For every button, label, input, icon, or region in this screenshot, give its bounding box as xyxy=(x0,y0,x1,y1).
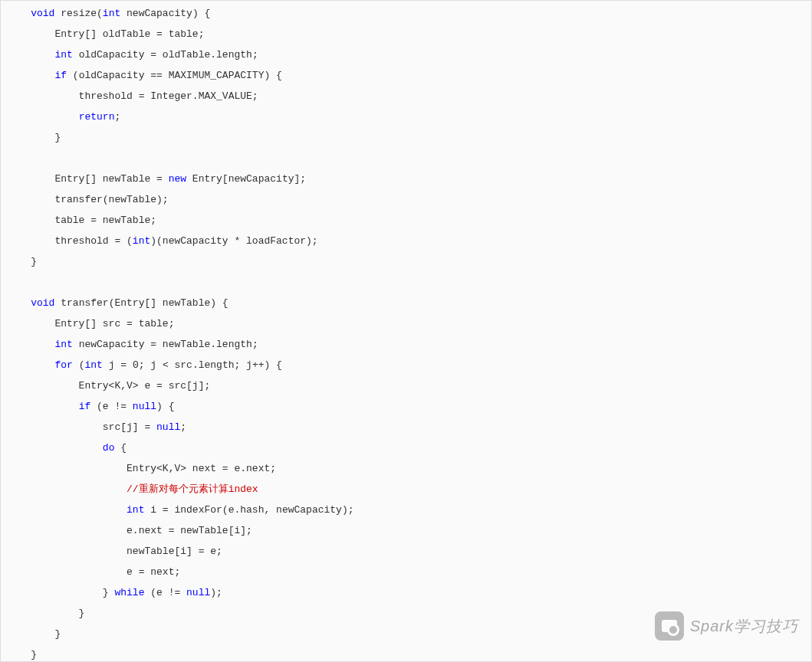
code-line: do { xyxy=(1,438,811,458)
code-line: Entry[] newTable = new Entry[newCapacity… xyxy=(1,169,811,189)
code-line: e.next = newTable[i]; xyxy=(1,520,811,541)
code-line: } xyxy=(1,127,811,148)
code-line: transfer(newTable); xyxy=(1,189,811,210)
code-line: threshold = Integer.MAX_VALUE; xyxy=(1,86,811,107)
code-line: int newCapacity = newTable.length; xyxy=(1,334,811,355)
code-line: void transfer(Entry[] newTable) { xyxy=(1,293,811,313)
watermark-text: Spark学习技巧 xyxy=(690,616,798,637)
code-line: if (e != null) { xyxy=(1,396,811,417)
watermark: Spark学习技巧 xyxy=(655,611,798,641)
code-line: e = next; xyxy=(1,562,811,582)
code-line: if (oldCapacity == MAXIMUM_CAPACITY) { xyxy=(1,65,811,86)
code-line: Entry<K,V> next = e.next; xyxy=(1,458,811,479)
code-line: int oldCapacity = oldTable.length; xyxy=(1,44,811,65)
code-line: } while (e != null); xyxy=(1,582,811,603)
code-line xyxy=(1,272,811,293)
code-line: threshold = (int)(newCapacity * loadFact… xyxy=(1,231,811,251)
code-line: Entry[] src = table; xyxy=(1,313,811,334)
code-line: //重新对每个元素计算index xyxy=(1,479,811,500)
code-line: } xyxy=(1,251,811,272)
code-line xyxy=(1,148,811,169)
code-line: table = newTable; xyxy=(1,210,811,231)
code-line: newTable[i] = e; xyxy=(1,541,811,562)
code-line: Entry[] oldTable = table; xyxy=(1,24,811,44)
code-line: Entry<K,V> e = src[j]; xyxy=(1,375,811,396)
code-block: void resize(int newCapacity) { Entry[] o… xyxy=(0,0,812,662)
code-line: int i = indexFor(e.hash, newCapacity); xyxy=(1,500,811,520)
code-line: } xyxy=(1,644,811,662)
wechat-icon xyxy=(655,611,684,641)
code-line: for (int j = 0; j < src.length; j++) { xyxy=(1,355,811,375)
code-line: return; xyxy=(1,107,811,127)
code-line: src[j] = null; xyxy=(1,417,811,438)
code-line: void resize(int newCapacity) { xyxy=(1,3,811,24)
